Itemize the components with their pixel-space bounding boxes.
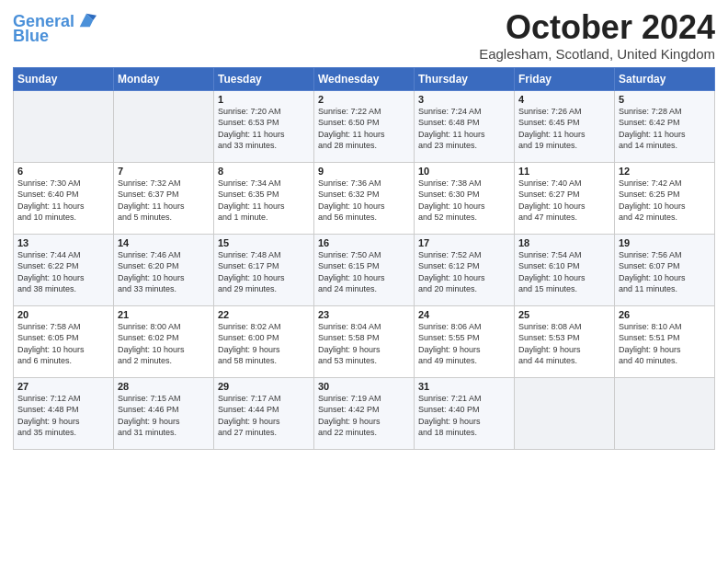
day-cell: 16Sunrise: 7:50 AM Sunset: 6:15 PM Dayli… — [314, 234, 415, 305]
day-cell: 26Sunrise: 8:10 AM Sunset: 5:51 PM Dayli… — [615, 305, 715, 377]
logo-icon — [76, 10, 97, 30]
day-cell: 8Sunrise: 7:34 AM Sunset: 6:35 PM Daylig… — [214, 162, 314, 234]
day-number: 13 — [17, 237, 109, 248]
day-cell: 13Sunrise: 7:44 AM Sunset: 6:22 PM Dayli… — [14, 234, 114, 305]
subtitle: Eaglesham, Scotland, United Kingdom — [479, 46, 715, 62]
day-cell: 11Sunrise: 7:40 AM Sunset: 6:27 PM Dayli… — [515, 162, 615, 234]
day-info: Sunrise: 7:48 AM Sunset: 6:17 PM Dayligh… — [218, 249, 310, 295]
week-row-2: 6Sunrise: 7:30 AM Sunset: 6:40 PM Daylig… — [14, 162, 715, 234]
day-cell: 17Sunrise: 7:52 AM Sunset: 6:12 PM Dayli… — [415, 234, 515, 305]
day-number: 22 — [218, 309, 310, 320]
day-number: 16 — [318, 237, 410, 248]
day-info: Sunrise: 7:52 AM Sunset: 6:12 PM Dayligh… — [418, 249, 510, 295]
day-number: 17 — [418, 237, 510, 248]
day-number: 14 — [118, 237, 210, 248]
day-number: 31 — [418, 381, 510, 392]
day-cell: 22Sunrise: 8:02 AM Sunset: 6:00 PM Dayli… — [214, 305, 314, 377]
day-cell: 24Sunrise: 8:06 AM Sunset: 5:55 PM Dayli… — [415, 305, 515, 377]
day-info: Sunrise: 7:56 AM Sunset: 6:07 PM Dayligh… — [619, 249, 711, 295]
day-cell: 30Sunrise: 7:19 AM Sunset: 4:42 PM Dayli… — [314, 377, 415, 449]
day-info: Sunrise: 8:04 AM Sunset: 5:58 PM Dayligh… — [318, 321, 410, 367]
day-info: Sunrise: 7:54 AM Sunset: 6:10 PM Dayligh… — [518, 249, 610, 295]
day-number: 5 — [619, 94, 711, 105]
day-cell: 12Sunrise: 7:42 AM Sunset: 6:25 PM Dayli… — [615, 162, 715, 234]
day-number: 21 — [118, 309, 210, 320]
day-cell: 19Sunrise: 7:56 AM Sunset: 6:07 PM Dayli… — [615, 234, 715, 305]
day-number: 2 — [318, 94, 410, 105]
day-cell: 20Sunrise: 7:58 AM Sunset: 6:05 PM Dayli… — [14, 305, 114, 377]
day-info: Sunrise: 7:46 AM Sunset: 6:20 PM Dayligh… — [118, 249, 210, 295]
month-title: October 2024 — [479, 9, 715, 46]
day-cell: 18Sunrise: 7:54 AM Sunset: 6:10 PM Dayli… — [515, 234, 615, 305]
day-cell: 14Sunrise: 7:46 AM Sunset: 6:20 PM Dayli… — [114, 234, 214, 305]
day-cell: 6Sunrise: 7:30 AM Sunset: 6:40 PM Daylig… — [14, 162, 114, 234]
calendar-table: SundayMondayTuesdayWednesdayThursdayFrid… — [13, 67, 715, 450]
day-cell: 2Sunrise: 7:22 AM Sunset: 6:50 PM Daylig… — [314, 90, 415, 162]
day-info: Sunrise: 7:40 AM Sunset: 6:27 PM Dayligh… — [518, 178, 610, 224]
day-info: Sunrise: 7:34 AM Sunset: 6:35 PM Dayligh… — [218, 178, 310, 224]
day-info: Sunrise: 7:28 AM Sunset: 6:42 PM Dayligh… — [619, 106, 711, 152]
day-number: 18 — [518, 237, 610, 248]
day-info: Sunrise: 7:22 AM Sunset: 6:50 PM Dayligh… — [318, 106, 410, 152]
day-cell — [14, 90, 114, 162]
day-info: Sunrise: 7:58 AM Sunset: 6:05 PM Dayligh… — [17, 321, 109, 367]
day-info: Sunrise: 7:36 AM Sunset: 6:32 PM Dayligh… — [318, 178, 410, 224]
day-cell — [615, 377, 715, 449]
week-row-1: 1Sunrise: 7:20 AM Sunset: 6:53 PM Daylig… — [14, 90, 715, 162]
day-cell: 15Sunrise: 7:48 AM Sunset: 6:17 PM Dayli… — [214, 234, 314, 305]
day-info: Sunrise: 8:00 AM Sunset: 6:02 PM Dayligh… — [118, 321, 210, 367]
calendar-container: General Blue October 2024 Eaglesham, Sco… — [0, 0, 728, 563]
day-number: 25 — [518, 309, 610, 320]
weekday-header-saturday: Saturday — [615, 67, 715, 90]
day-number: 6 — [17, 166, 109, 177]
weekday-header-sunday: Sunday — [14, 67, 114, 90]
title-section: October 2024 Eaglesham, Scotland, United… — [479, 9, 715, 62]
weekday-header-row: SundayMondayTuesdayWednesdayThursdayFrid… — [14, 67, 715, 90]
day-number: 28 — [118, 381, 210, 392]
day-info: Sunrise: 7:30 AM Sunset: 6:40 PM Dayligh… — [17, 178, 109, 224]
day-cell: 10Sunrise: 7:38 AM Sunset: 6:30 PM Dayli… — [415, 162, 515, 234]
day-cell: 23Sunrise: 8:04 AM Sunset: 5:58 PM Dayli… — [314, 305, 415, 377]
header: General Blue October 2024 Eaglesham, Sco… — [13, 9, 715, 62]
day-number: 1 — [218, 94, 310, 105]
day-number: 19 — [619, 237, 711, 248]
day-number: 8 — [218, 166, 310, 177]
day-number: 11 — [518, 166, 610, 177]
day-cell: 31Sunrise: 7:21 AM Sunset: 4:40 PM Dayli… — [415, 377, 515, 449]
day-info: Sunrise: 7:15 AM Sunset: 4:46 PM Dayligh… — [118, 393, 210, 439]
day-number: 3 — [418, 94, 510, 105]
week-row-4: 20Sunrise: 7:58 AM Sunset: 6:05 PM Dayli… — [14, 305, 715, 377]
day-cell: 3Sunrise: 7:24 AM Sunset: 6:48 PM Daylig… — [415, 90, 515, 162]
day-number: 15 — [218, 237, 310, 248]
day-info: Sunrise: 8:02 AM Sunset: 6:00 PM Dayligh… — [218, 321, 310, 367]
day-info: Sunrise: 7:21 AM Sunset: 4:40 PM Dayligh… — [418, 393, 510, 439]
logo: General Blue — [13, 13, 97, 46]
day-info: Sunrise: 7:17 AM Sunset: 4:44 PM Dayligh… — [218, 393, 310, 439]
day-cell: 29Sunrise: 7:17 AM Sunset: 4:44 PM Dayli… — [214, 377, 314, 449]
day-info: Sunrise: 8:10 AM Sunset: 5:51 PM Dayligh… — [619, 321, 711, 367]
day-number: 9 — [318, 166, 410, 177]
day-info: Sunrise: 7:32 AM Sunset: 6:37 PM Dayligh… — [118, 178, 210, 224]
day-number: 29 — [218, 381, 310, 392]
day-info: Sunrise: 7:19 AM Sunset: 4:42 PM Dayligh… — [318, 393, 410, 439]
week-row-5: 27Sunrise: 7:12 AM Sunset: 4:48 PM Dayli… — [14, 377, 715, 449]
day-cell: 21Sunrise: 8:00 AM Sunset: 6:02 PM Dayli… — [114, 305, 214, 377]
day-cell: 5Sunrise: 7:28 AM Sunset: 6:42 PM Daylig… — [615, 90, 715, 162]
weekday-header-tuesday: Tuesday — [214, 67, 314, 90]
day-info: Sunrise: 7:50 AM Sunset: 6:15 PM Dayligh… — [318, 249, 410, 295]
day-info: Sunrise: 7:26 AM Sunset: 6:45 PM Dayligh… — [518, 106, 610, 152]
day-number: 23 — [318, 309, 410, 320]
weekday-header-monday: Monday — [114, 67, 214, 90]
day-info: Sunrise: 7:12 AM Sunset: 4:48 PM Dayligh… — [17, 393, 109, 439]
day-info: Sunrise: 7:24 AM Sunset: 6:48 PM Dayligh… — [418, 106, 510, 152]
day-number: 30 — [318, 381, 410, 392]
day-cell: 7Sunrise: 7:32 AM Sunset: 6:37 PM Daylig… — [114, 162, 214, 234]
weekday-header-wednesday: Wednesday — [314, 67, 415, 90]
day-cell: 25Sunrise: 8:08 AM Sunset: 5:53 PM Dayli… — [515, 305, 615, 377]
day-number: 12 — [619, 166, 711, 177]
day-cell: 27Sunrise: 7:12 AM Sunset: 4:48 PM Dayli… — [14, 377, 114, 449]
day-number: 24 — [418, 309, 510, 320]
day-cell — [114, 90, 214, 162]
day-number: 10 — [418, 166, 510, 177]
day-number: 4 — [518, 94, 610, 105]
